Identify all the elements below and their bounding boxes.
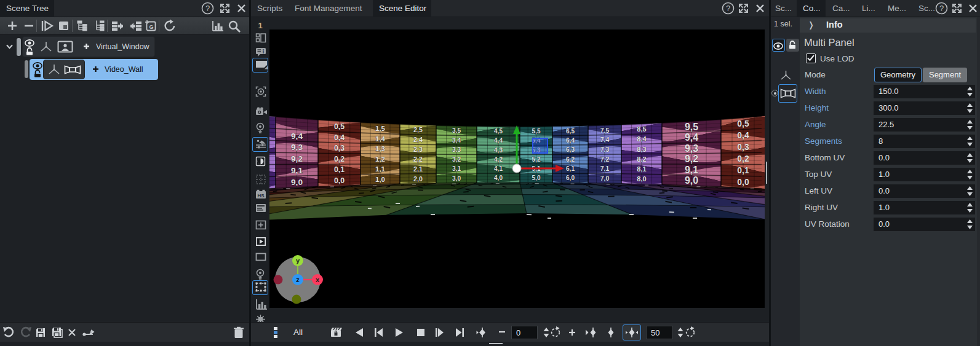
- svg-text:3,1: 3,1: [452, 165, 461, 172]
- svg-text:3,0: 3,0: [452, 175, 461, 182]
- svg-text:6,0: 6,0: [566, 175, 575, 181]
- svg-text:8,3: 8,3: [637, 146, 646, 153]
- svg-text:0,5: 0,5: [737, 119, 749, 128]
- svg-text:0,0: 0,0: [334, 176, 345, 185]
- svg-text:8,4: 8,4: [637, 135, 647, 143]
- svg-text:9,2: 9,2: [685, 154, 698, 164]
- svg-text:9,5: 9,5: [685, 122, 698, 132]
- svg-text:3,2: 3,2: [452, 156, 461, 163]
- svg-text:9,4: 9,4: [685, 132, 698, 143]
- svg-text:2,2: 2,2: [413, 155, 423, 163]
- svg-text:HS: HS: [257, 193, 265, 199]
- svg-text:2,3: 2,3: [413, 146, 423, 153]
- svg-text:9,0: 9,0: [291, 178, 303, 187]
- svg-text:5,5: 5,5: [532, 128, 541, 135]
- svg-text:?: ?: [726, 4, 730, 13]
- svg-text:9,0: 9,0: [685, 175, 698, 186]
- svg-text:?: ?: [939, 4, 944, 13]
- svg-text:0,4: 0,4: [334, 133, 345, 142]
- svg-text:8,1: 8,1: [637, 165, 646, 173]
- svg-text:5,2: 5,2: [532, 156, 541, 163]
- svg-text:9,2: 9,2: [291, 154, 303, 163]
- svg-text:1,0: 1,0: [375, 176, 385, 183]
- svg-text:6,3: 6,3: [566, 146, 575, 153]
- svg-text:6,4: 6,4: [566, 137, 575, 144]
- svg-text:7,1: 7,1: [600, 165, 610, 172]
- svg-text:7,4: 7,4: [600, 136, 610, 143]
- svg-text:7,3: 7,3: [600, 146, 610, 153]
- svg-text:i: i: [263, 49, 265, 55]
- svg-text:2,4: 2,4: [413, 136, 423, 143]
- svg-text:9,1: 9,1: [685, 165, 698, 175]
- svg-text:1,1: 1,1: [375, 165, 385, 173]
- svg-text:1,2: 1,2: [375, 155, 385, 163]
- svg-text:9,3: 9,3: [685, 143, 698, 154]
- svg-text:6,5: 6,5: [566, 128, 575, 135]
- svg-text:0,2: 0,2: [334, 155, 345, 163]
- svg-text:0,1: 0,1: [334, 165, 345, 174]
- svg-text:4,5: 4,5: [494, 128, 503, 135]
- svg-text:4,1: 4,1: [494, 165, 503, 172]
- svg-text:x: x: [316, 276, 320, 283]
- svg-text:2,0: 2,0: [413, 175, 423, 183]
- svg-text:1,3: 1,3: [375, 145, 385, 152]
- svg-text:z: z: [296, 276, 300, 283]
- svg-text:0,3: 0,3: [334, 144, 345, 152]
- svg-text:y: y: [296, 257, 300, 264]
- svg-text:7,0: 7,0: [600, 175, 610, 182]
- svg-text:0,0: 0,0: [737, 177, 749, 187]
- svg-text:3,4: 3,4: [452, 137, 461, 144]
- svg-text:1,5: 1,5: [375, 125, 385, 132]
- svg-text:0,3: 0,3: [737, 142, 749, 152]
- svg-text:4,0: 4,0: [494, 175, 503, 181]
- svg-text:7,5: 7,5: [600, 127, 610, 134]
- svg-text:4,2: 4,2: [494, 156, 503, 163]
- svg-text:0,4: 0,4: [737, 130, 749, 140]
- svg-text:6,1: 6,1: [566, 165, 575, 172]
- svg-text:6,2: 6,2: [566, 156, 575, 163]
- svg-text:8,2: 8,2: [637, 155, 646, 163]
- svg-text:4,4: 4,4: [494, 137, 503, 144]
- svg-text:9,3: 9,3: [291, 143, 303, 152]
- svg-text:?: ?: [205, 4, 210, 13]
- svg-text:5,0: 5,0: [532, 175, 541, 181]
- svg-text:3,3: 3,3: [452, 146, 461, 153]
- svg-text:G: G: [149, 24, 153, 30]
- svg-text:8,0: 8,0: [637, 175, 646, 183]
- svg-text:0,2: 0,2: [737, 154, 749, 163]
- svg-text:3,5: 3,5: [452, 127, 461, 134]
- svg-text:2,1: 2,1: [413, 165, 423, 173]
- svg-text:9,4: 9,4: [291, 132, 303, 141]
- svg-text:4,3: 4,3: [494, 147, 503, 154]
- svg-text:2,5: 2,5: [413, 126, 423, 133]
- svg-text:0,5: 0,5: [334, 122, 345, 131]
- svg-text:8,5: 8,5: [637, 125, 646, 133]
- svg-text:0,1: 0,1: [737, 165, 749, 175]
- svg-text:1,4: 1,4: [375, 135, 385, 143]
- svg-text:9,1: 9,1: [291, 166, 303, 175]
- svg-text:7,2: 7,2: [600, 155, 610, 163]
